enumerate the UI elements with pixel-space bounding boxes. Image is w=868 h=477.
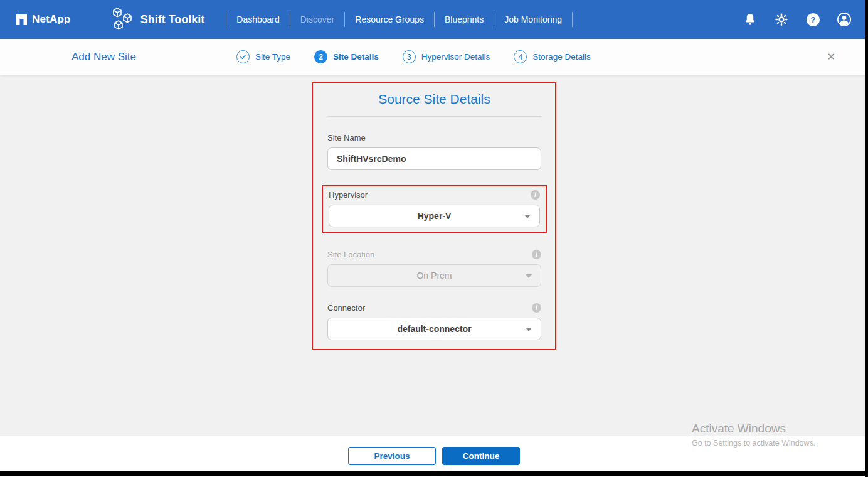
hypervisor-select[interactable]: Hyper-V xyxy=(329,205,540,227)
info-icon[interactable]: i xyxy=(532,303,541,313)
chevron-down-icon xyxy=(526,274,532,278)
nav-item-dashboard[interactable]: Dashboard xyxy=(236,14,280,24)
notifications-icon[interactable] xyxy=(743,12,758,27)
product-name: Shift Toolkit xyxy=(140,13,205,26)
nav-divider xyxy=(290,12,290,27)
source-site-form-highlight: Source Site Details Site Name Hypervisor… xyxy=(312,82,556,350)
chevron-down-icon xyxy=(524,215,531,218)
step-check-icon xyxy=(236,50,250,63)
site-location-select: On Prem xyxy=(327,264,541,287)
page-title: Add New Site xyxy=(71,51,136,63)
wizard-steps: Site Type 2 Site Details 3 Hypervisor De… xyxy=(236,50,591,63)
account-icon[interactable] xyxy=(837,12,852,27)
step-label: Hypervisor Details xyxy=(421,52,490,62)
site-location-label: Site Location xyxy=(327,250,374,259)
nav-item-blueprints[interactable]: Blueprints xyxy=(445,14,484,24)
header-actions: ? xyxy=(743,12,852,27)
connector-select[interactable]: default-connector xyxy=(327,318,541,340)
hypervisor-highlight: Hypervisor i Hyper-V xyxy=(322,185,547,233)
nav-divider xyxy=(226,12,226,27)
form-title: Source Site Details xyxy=(327,92,541,107)
wizard-bar: Add New Site Site Type 2 Site Details 3 … xyxy=(0,39,868,75)
nav-divider xyxy=(344,12,345,27)
help-icon[interactable]: ? xyxy=(805,12,820,27)
step-label: Site Details xyxy=(333,52,379,62)
hypervisor-label: Hypervisor xyxy=(329,190,368,200)
step-number: 3 xyxy=(403,50,416,63)
site-location-field: Site Location i On Prem xyxy=(327,250,541,287)
window-edge xyxy=(0,471,868,476)
step-label: Site Type xyxy=(255,52,290,62)
nav-divider xyxy=(494,12,494,27)
connector-field: Connector i default-connector xyxy=(327,303,541,340)
step-label: Storage Details xyxy=(532,52,590,62)
hypervisor-value: Hyper-V xyxy=(418,211,452,221)
svg-text:?: ? xyxy=(810,14,815,24)
shift-toolkit-icon xyxy=(111,7,135,32)
nav-item-resource-groups[interactable]: Resource Groups xyxy=(355,14,424,24)
form-divider xyxy=(327,116,541,117)
netapp-mark-icon xyxy=(16,14,27,25)
connector-label: Connector xyxy=(327,303,365,313)
site-name-field: Site Name xyxy=(327,133,541,170)
settings-icon[interactable] xyxy=(774,12,789,27)
previous-button[interactable]: Previous xyxy=(348,447,436,465)
step-number: 2 xyxy=(314,50,327,63)
main-content: Source Site Details Site Name Hypervisor… xyxy=(0,75,868,436)
hypervisor-field: Hypervisor i Hyper-V xyxy=(329,190,540,227)
step-site-details[interactable]: 2 Site Details xyxy=(314,50,379,63)
connector-value: default-connector xyxy=(397,324,471,334)
product-logo: Shift Toolkit xyxy=(111,7,205,32)
brand-name: NetApp xyxy=(32,13,71,26)
window-edge xyxy=(865,0,868,477)
site-location-value: On Prem xyxy=(416,271,452,281)
step-hypervisor-details[interactable]: 3 Hypervisor Details xyxy=(403,50,490,63)
continue-button[interactable]: Continue xyxy=(442,447,520,465)
step-site-type[interactable]: Site Type xyxy=(236,50,290,63)
chevron-down-icon xyxy=(526,328,532,331)
nav-item-discover[interactable]: Discover xyxy=(300,14,334,24)
main-nav: Dashboard Discover Resource Groups Bluep… xyxy=(216,12,583,27)
step-storage-details[interactable]: 4 Storage Details xyxy=(514,50,590,63)
app-window: NetApp Shift Toolkit Dashboard Discover … xyxy=(0,0,868,477)
info-icon[interactable]: i xyxy=(531,190,540,200)
close-icon[interactable]: ✕ xyxy=(825,48,838,65)
info-icon[interactable]: i xyxy=(532,250,541,259)
step-number: 4 xyxy=(514,50,527,63)
nav-item-job-monitoring[interactable]: Job Monitoring xyxy=(504,14,562,24)
nav-divider xyxy=(434,12,435,27)
site-name-label: Site Name xyxy=(327,133,366,142)
app-header: NetApp Shift Toolkit Dashboard Discover … xyxy=(0,0,868,39)
nav-divider xyxy=(572,12,573,27)
netapp-logo: NetApp xyxy=(16,13,71,26)
site-name-input[interactable] xyxy=(327,147,541,170)
